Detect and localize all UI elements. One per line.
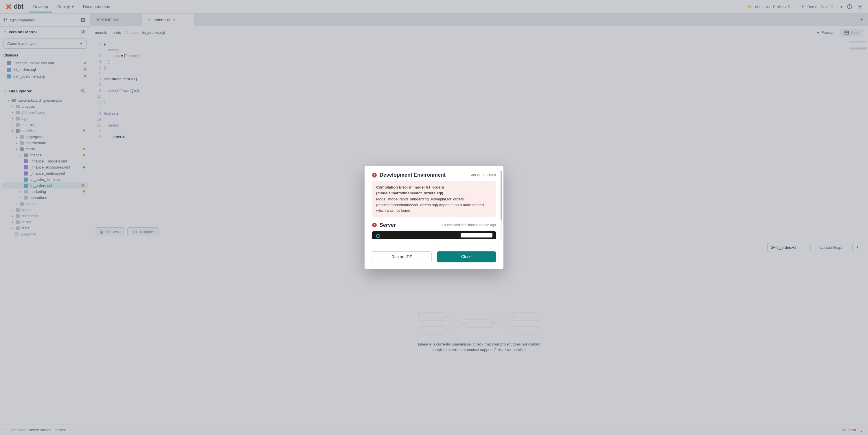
compilation-error-box: Compilation Error in model fct_orders (m… (372, 181, 496, 217)
restart-ide-button[interactable]: Restart IDE (372, 251, 432, 262)
error-icon: ! (372, 223, 377, 227)
environment-modal: ! Development Environment dbt v1.3.0-lat… (365, 166, 503, 269)
server-last-checked: Last checked less than a minute ago (439, 223, 496, 227)
close-button[interactable]: Close (437, 251, 496, 262)
error-heading: Compilation Error in model fct_orders (m… (376, 184, 492, 196)
scrollbar-thumb[interactable] (500, 171, 502, 220)
error-body: Model 'model.rapid_onboarding_exemplar.f… (376, 197, 486, 212)
modal-overlay[interactable]: ! Development Environment dbt v1.3.0-lat… (0, 0, 868, 435)
dev-env-title: Development Environment (380, 172, 468, 178)
server-preview (372, 231, 496, 239)
error-icon: ! (372, 173, 377, 177)
dbt-version: dbt v1.3.0-latest (471, 173, 496, 177)
server-title: Server (380, 222, 437, 228)
